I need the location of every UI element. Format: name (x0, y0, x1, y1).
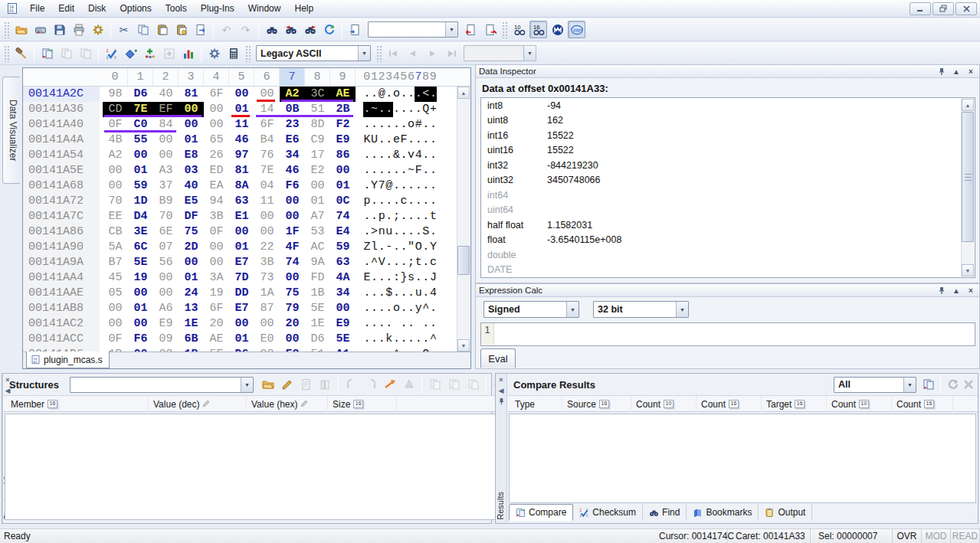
inspector-row[interactable]: float-3.6540115e+008 (481, 233, 975, 248)
ascii-char[interactable]: . (392, 178, 400, 194)
ascii-char[interactable]: . (363, 209, 371, 224)
hex-byte[interactable]: 07 (153, 240, 179, 255)
ascii-char[interactable]: . (378, 301, 385, 316)
hex-byte[interactable]: 81 (179, 87, 204, 102)
ascii-char[interactable]: p (378, 209, 385, 224)
hex-byte[interactable]: FD (305, 270, 330, 286)
motorola-order-button[interactable] (549, 21, 566, 38)
hex-byte[interactable]: 00 (280, 209, 305, 224)
ascii-char[interactable]: . (392, 332, 400, 347)
statistics-button[interactable] (179, 44, 197, 62)
ascii-char[interactable]: . (422, 316, 430, 332)
hex-byte[interactable]: E2 (305, 163, 330, 178)
hex-byte[interactable]: 94 (204, 194, 229, 209)
ascii-char[interactable]: c (400, 194, 408, 209)
hex-byte[interactable]: 01 (128, 163, 153, 178)
hex-byte[interactable]: 00 (229, 87, 254, 102)
scrollbar-thumb[interactable] (457, 246, 470, 275)
ascii-char[interactable]: . (385, 87, 393, 102)
ascii-char[interactable] (392, 316, 400, 332)
hex-byte[interactable]: 76 (254, 148, 280, 163)
ascii-char[interactable]: . (392, 163, 400, 178)
hex-byte[interactable]: 1B (305, 286, 330, 301)
ascii-char[interactable]: . (422, 332, 430, 347)
hex-byte[interactable]: 00 (254, 316, 280, 332)
ascii-char[interactable]: . (422, 163, 430, 178)
ascii-char[interactable]: . (415, 178, 422, 194)
decimal-view-button[interactable]: 10 (510, 21, 528, 38)
hex-byte[interactable]: 75 (280, 286, 305, 301)
hex-byte[interactable]: 6C (128, 240, 153, 255)
hex-byte[interactable]: 3B (204, 209, 229, 224)
hex-byte[interactable]: A7 (305, 209, 330, 224)
hex-byte[interactable]: 74 (330, 209, 356, 224)
ascii-char[interactable]: . (400, 178, 408, 194)
hex-byte[interactable]: 4F (280, 240, 305, 255)
hex-byte[interactable]: 22 (254, 240, 280, 255)
ascii-char[interactable]: . (429, 301, 437, 316)
hex-byte[interactable]: 00 (103, 301, 128, 316)
hex-byte[interactable]: 3B (254, 255, 280, 270)
hex-byte[interactable]: 00 (229, 316, 254, 332)
hex-byte[interactable]: 03 (179, 163, 204, 178)
ascii-char[interactable]: . (392, 117, 400, 132)
hex-byte[interactable]: 40 (179, 178, 204, 194)
tab-bookmarks[interactable]: Bookmarks (687, 504, 759, 521)
ascii-char[interactable]: . (415, 87, 422, 102)
ascii-char[interactable]: . (422, 209, 430, 224)
ascii-char[interactable]: U (371, 132, 379, 148)
column-header-type[interactable]: Type (510, 396, 562, 412)
hex-byte[interactable]: B7 (103, 255, 128, 270)
hex-byte[interactable]: 00 (204, 117, 229, 132)
open-structure-button[interactable] (259, 376, 277, 394)
hex-byte[interactable]: 34 (330, 286, 356, 301)
inspector-row[interactable]: int1615522 (481, 128, 975, 143)
menu-tools[interactable]: Tools (159, 1, 194, 16)
hex-byte[interactable]: E1 (229, 209, 254, 224)
hex-byte[interactable]: CB (103, 224, 128, 240)
hex-byte[interactable]: 46 (229, 132, 254, 148)
ascii-char[interactable]: ^ (422, 301, 430, 316)
ascii-char[interactable]: . (378, 240, 385, 255)
ascii-char[interactable]: 7 (378, 178, 385, 194)
checksum-button[interactable]: 2106 (103, 44, 120, 62)
structure-tool-button[interactable] (12, 44, 30, 62)
hex-byte[interactable]: 00 (330, 301, 356, 316)
hex-byte[interactable]: 70 (103, 194, 128, 209)
hex-byte[interactable]: 09 (153, 332, 179, 347)
menu-disk[interactable]: Disk (81, 1, 113, 16)
ascii-char[interactable]: . (408, 332, 415, 347)
hex-byte[interactable]: AC (305, 240, 330, 255)
ascii-char[interactable]: . (415, 224, 422, 240)
hex-byte[interactable]: 00 (153, 148, 179, 163)
ascii-char[interactable]: . (385, 132, 393, 148)
ascii-char[interactable]: . (429, 148, 437, 163)
column-header-source[interactable]: Source16 (562, 396, 631, 412)
ascii-char[interactable]: . (378, 132, 385, 148)
ascii-char[interactable]: . (378, 194, 385, 209)
ascii-char[interactable]: . (385, 148, 393, 163)
ascii-char[interactable]: K (363, 132, 371, 148)
ascii-char[interactable]: F (400, 132, 408, 148)
ascii-char[interactable]: . (363, 117, 371, 132)
ascii-char[interactable]: . (385, 316, 393, 332)
ascii-char[interactable]: . (371, 301, 379, 316)
ascii-char[interactable]: ~ (371, 102, 379, 117)
find-previous-button[interactable] (282, 21, 300, 38)
pin-icon[interactable] (497, 397, 506, 406)
hex-byte[interactable]: F6 (280, 178, 305, 194)
hex-byte[interactable]: 00 (153, 270, 179, 286)
find-next-button[interactable] (301, 21, 319, 38)
ascii-char[interactable]: . (363, 148, 371, 163)
inspector-row[interactable]: uint1615522 (481, 143, 975, 159)
hex-byte[interactable]: 00 (229, 224, 254, 240)
compare-table-body[interactable] (509, 414, 976, 503)
ascii-char[interactable]: . (363, 224, 371, 240)
inspector-row[interactable]: double (481, 247, 975, 263)
ascii-char[interactable]: l (371, 240, 379, 255)
hex-byte[interactable]: D6 (305, 332, 330, 347)
ascii-char[interactable]: S (422, 224, 430, 240)
hex-byte[interactable]: E4 (330, 224, 356, 240)
ascii-char[interactable]: + (429, 102, 437, 117)
ascii-char[interactable]: . (363, 87, 371, 102)
